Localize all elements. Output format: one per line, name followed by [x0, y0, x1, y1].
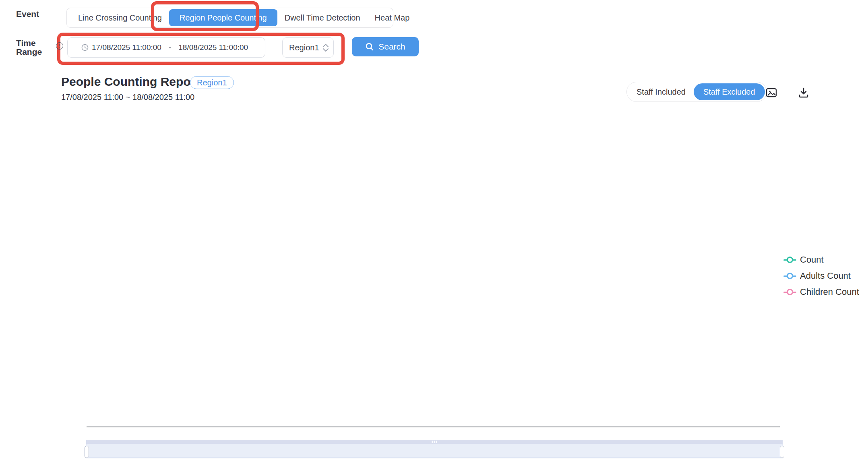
- tab-line-crossing-counting[interactable]: Line Crossing Counting: [71, 9, 169, 26]
- chevron-up-icon[interactable]: [323, 44, 329, 47]
- region-spinner: [323, 44, 329, 52]
- legend-label: Adults Count: [800, 271, 851, 281]
- legend-item-adults-count[interactable]: Adults Count: [783, 271, 859, 281]
- time-range-label-line2: Range: [16, 48, 42, 56]
- chevron-down-icon[interactable]: [323, 48, 329, 52]
- search-button-label: Search: [378, 42, 405, 52]
- datazoom-grip-icon[interactable]: [432, 441, 437, 443]
- date-range-end: 18/08/2025 11:00:00: [178, 43, 248, 52]
- download-button[interactable]: [798, 87, 809, 98]
- datazoom-slider[interactable]: [86, 440, 783, 459]
- search-button[interactable]: Search: [352, 37, 419, 56]
- image-icon: [765, 87, 777, 99]
- legend-item-count[interactable]: Count: [783, 255, 859, 265]
- date-range-start: 17/08/2025 11:00:00: [92, 43, 161, 52]
- legend-label: Children Count: [800, 287, 859, 297]
- staff-included-option[interactable]: Staff Included: [628, 83, 694, 100]
- staff-excluded-option[interactable]: Staff Excluded: [694, 83, 765, 100]
- time-range-label-line1: Time: [16, 39, 42, 48]
- tab-region-people-counting[interactable]: Region People Counting: [169, 9, 277, 26]
- region-select[interactable]: Region1: [282, 37, 334, 58]
- legend-item-children-count[interactable]: Children Count: [783, 287, 859, 297]
- date-range-separator: -: [165, 43, 175, 52]
- event-tabs: Line Crossing Counting Region People Cou…: [66, 8, 393, 28]
- download-icon: [798, 87, 809, 98]
- datazoom-top-strip[interactable]: [86, 440, 783, 444]
- legend-label: Count: [800, 255, 824, 265]
- datazoom-left-handle[interactable]: [85, 446, 89, 458]
- date-range-input[interactable]: 17/08/2025 11:00:00 - 18/08/2025 11:00:0…: [67, 37, 265, 58]
- search-icon: [365, 42, 374, 51]
- chart-legend: Count Adults Count Children Count: [783, 255, 859, 297]
- staff-toggle: Staff Included Staff Excluded: [626, 82, 767, 102]
- info-icon: !: [56, 42, 63, 50]
- clock-icon: [81, 44, 89, 51]
- datazoom-right-handle[interactable]: [780, 446, 784, 458]
- datazoom-selected-range[interactable]: [86, 444, 783, 458]
- region-badge: Region1: [190, 76, 234, 89]
- tab-heat-map[interactable]: Heat Map: [368, 9, 417, 26]
- export-image-button[interactable]: [765, 87, 777, 99]
- region-select-value: Region1: [289, 43, 323, 52]
- event-label: Event: [16, 10, 39, 19]
- time-range-label: Time Range: [16, 39, 42, 56]
- legend-marker-adults: [783, 273, 796, 279]
- legend-marker-count: [783, 257, 796, 263]
- tab-dwell-time-detection[interactable]: Dwell Time Detection: [277, 9, 368, 26]
- chart-x-axis-line: [87, 427, 780, 427]
- report-time-range: 17/08/2025 11:00 ~ 18/08/2025 11:00: [61, 93, 194, 102]
- page-title: People Counting Report: [61, 75, 199, 89]
- legend-marker-children: [783, 289, 796, 295]
